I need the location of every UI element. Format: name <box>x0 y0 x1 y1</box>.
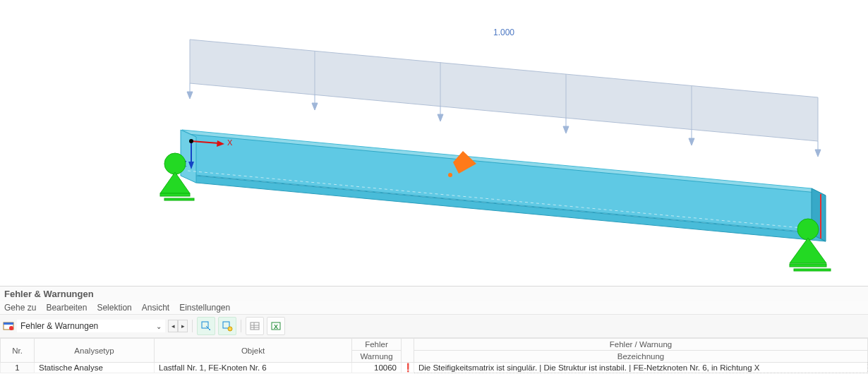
menu-goto[interactable]: Gehe zu <box>4 303 36 313</box>
header-object: Objekt <box>155 339 352 363</box>
panel-icon <box>3 320 14 332</box>
svg-marker-16 <box>815 150 821 157</box>
menu-settings[interactable]: Einstellungen <box>179 303 230 313</box>
header-desc-bottom: Bezeichnung <box>414 351 868 363</box>
error-flag-icon: ❗ <box>402 363 414 373</box>
header-atype: Analysetyp <box>35 339 155 363</box>
cell-code: 10060 <box>352 363 402 373</box>
svg-marker-12 <box>563 126 569 133</box>
cell-atype: Statische Analyse <box>35 363 155 373</box>
menu-selection[interactable]: Selektion <box>97 303 131 313</box>
menu-edit[interactable]: Bearbeiten <box>46 303 87 313</box>
errors-table: Nr. Analysetyp Objekt Fehler Fehler / Wa… <box>0 338 868 373</box>
cell-description: Die Steifigkeitsmatrix ist singulär. | D… <box>414 363 868 373</box>
filter-selection-button[interactable] <box>218 317 236 335</box>
svg-marker-6 <box>187 92 193 99</box>
table-selector-dropdown[interactable]: Fehler & Warnungen ⌄ <box>17 320 165 332</box>
table-row[interactable]: 1 Statische Analyse Lastfall Nr. 1, FE-K… <box>1 363 868 373</box>
beam-member <box>181 130 826 241</box>
svg-rect-30 <box>160 193 190 196</box>
table-header: Nr. Analysetyp Objekt Fehler Fehler / Wa… <box>1 339 868 363</box>
nav-prev-button[interactable]: ◂ <box>168 320 178 332</box>
svg-rect-45 <box>251 322 259 330</box>
table-view-button[interactable] <box>246 317 264 335</box>
svg-point-32 <box>797 219 819 240</box>
header-code-bottom: Warnung <box>352 351 402 363</box>
distributed-load: 1.000 <box>187 28 821 157</box>
svg-point-28 <box>164 153 186 174</box>
menu-view[interactable]: Ansicht <box>142 303 169 313</box>
svg-marker-10 <box>438 114 443 121</box>
nav-next-button[interactable]: ▸ <box>178 320 188 332</box>
svg-rect-39 <box>4 322 13 325</box>
header-nr: Nr. <box>1 339 35 363</box>
svg-marker-33 <box>790 238 826 263</box>
panel-title: Fehler & Warnungen <box>0 286 868 301</box>
svg-point-27 <box>189 139 193 143</box>
svg-point-40 <box>9 326 13 330</box>
cell-nr: 1 <box>1 363 35 373</box>
chevron-down-icon: ⌄ <box>156 322 162 330</box>
svg-point-37 <box>448 173 452 177</box>
load-value-label: 1.000 <box>493 28 514 37</box>
svg-marker-8 <box>312 103 318 110</box>
excel-export-button[interactable]: X <box>267 317 285 335</box>
select-in-model-button[interactable] <box>197 317 215 335</box>
toolbar: Fehler & Warnungen ⌄ ◂ ▸ X <box>0 315 868 338</box>
svg-text:X: X <box>274 323 278 330</box>
svg-rect-31 <box>164 198 194 200</box>
header-code-top: Fehler <box>352 339 402 351</box>
axis-x-label: X <box>227 138 233 147</box>
svg-rect-35 <box>794 269 831 271</box>
svg-marker-0 <box>190 40 818 141</box>
svg-point-44 <box>228 327 232 331</box>
header-desc-top: Fehler / Warnung <box>414 339 868 351</box>
svg-rect-34 <box>790 264 826 267</box>
menubar: Gehe zu Bearbeiten Selektion Ansicht Ein… <box>0 301 868 315</box>
model-viewport[interactable]: 1.000 X Z <box>0 0 868 286</box>
table-selector-label: Fehler & Warnungen <box>20 321 98 331</box>
svg-marker-14 <box>689 138 694 145</box>
cell-object: Lastfall Nr. 1, FE-Knoten Nr. 6 <box>155 363 352 373</box>
